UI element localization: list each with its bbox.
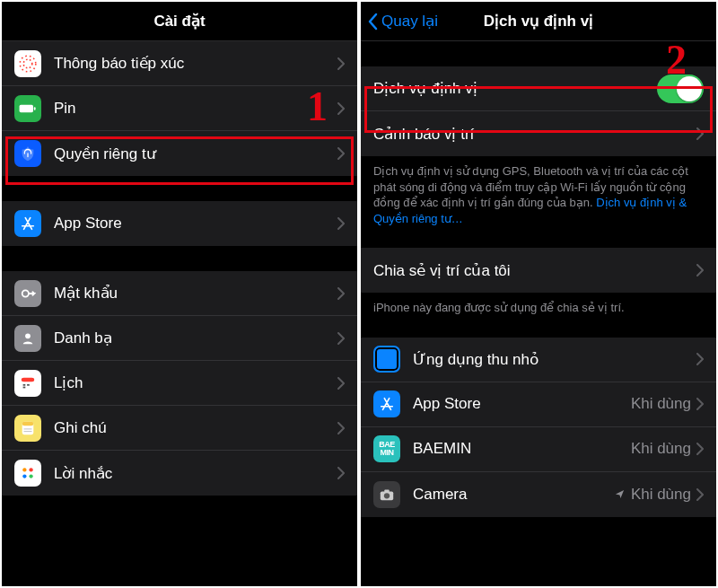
row-value: Khi dùng xyxy=(631,395,691,413)
row-label: Quyền riêng tư xyxy=(54,145,337,163)
chevron-right-icon xyxy=(337,217,345,230)
chevron-right-icon xyxy=(696,443,704,455)
row-label: Cảnh báo vị trí xyxy=(373,125,696,144)
row-reminders[interactable]: Lời nhắc xyxy=(2,451,357,496)
chevron-right-icon xyxy=(337,467,345,479)
row-label: Lời nhắc xyxy=(54,464,337,483)
screenshot-left: Cài đặt Thông báo tiếp xúc Pin xyxy=(2,2,357,586)
row-label: Ghi chú xyxy=(54,419,337,437)
chevron-right-icon xyxy=(696,488,704,501)
row-calendar[interactable]: Lịch xyxy=(2,361,357,406)
row-label: Lịch xyxy=(54,373,337,392)
row-passwords[interactable]: Mật khẩu xyxy=(2,271,357,316)
row-label: BAEMIN xyxy=(413,440,631,458)
row-app-baemin[interactable]: BAEMIN BAEMIN Khi dùng xyxy=(361,427,716,472)
svg-point-1 xyxy=(20,56,36,72)
svg-point-19 xyxy=(384,493,390,498)
navbar-right: Quay lại Dịch vụ định vị xyxy=(361,2,716,41)
svg-rect-8 xyxy=(23,383,26,385)
row-app-appstore[interactable]: App Store Khi dùng xyxy=(361,382,716,427)
row-location-services[interactable]: Dịch vụ định vị xyxy=(361,66,716,111)
back-button[interactable]: Quay lại xyxy=(366,2,438,40)
svg-rect-10 xyxy=(23,386,26,388)
row-label: Dịch vụ định vị xyxy=(373,79,657,98)
row-value: Khi dùng xyxy=(631,440,691,458)
row-share-location[interactable]: Chia sẻ vị trí của tôi xyxy=(361,248,716,293)
contacts-icon xyxy=(14,325,41,352)
footer-text-1: Dịch vụ định vị sử dụng GPS, Bluetooth v… xyxy=(361,156,716,237)
notes-icon xyxy=(14,415,41,442)
camera-icon xyxy=(373,481,400,508)
content-right: Dịch vụ định vị Cảnh báo vị trí Dịch vụ … xyxy=(361,41,716,586)
chevron-right-icon xyxy=(337,147,345,160)
row-label: Thông báo tiếp xúc xyxy=(54,54,337,73)
svg-rect-9 xyxy=(27,383,30,385)
page-title: Dịch vụ định vị xyxy=(484,12,593,31)
chevron-right-icon xyxy=(696,353,704,365)
svg-rect-7 xyxy=(22,377,34,382)
row-value: Khi dùng xyxy=(614,486,691,504)
svg-point-5 xyxy=(25,333,31,338)
row-battery[interactable]: Pin xyxy=(2,86,357,131)
chevron-right-icon xyxy=(337,377,345,390)
row-location-alerts[interactable]: Cảnh báo vị trí xyxy=(361,111,716,156)
svg-point-0 xyxy=(23,59,32,68)
svg-point-15 xyxy=(29,468,32,471)
row-label: Danh bạ xyxy=(54,329,337,347)
reminders-icon xyxy=(14,460,41,487)
page-title: Cài đặt xyxy=(153,12,205,31)
chevron-right-icon xyxy=(337,287,345,300)
location-arrow-icon xyxy=(614,489,626,499)
svg-rect-18 xyxy=(384,489,389,492)
navbar-left: Cài đặt xyxy=(2,2,357,41)
chevron-right-icon xyxy=(696,264,704,276)
row-label: Mật khẩu xyxy=(54,284,337,303)
row-notes[interactable]: Ghi chú xyxy=(2,406,357,451)
chevron-right-icon xyxy=(337,57,345,70)
key-icon xyxy=(14,280,41,307)
row-app-clips[interactable]: Ứng dụng thu nhỏ xyxy=(361,338,716,382)
row-label: Pin xyxy=(54,100,337,118)
screenshot-right: Quay lại Dịch vụ định vị Dịch vụ định vị… xyxy=(361,2,716,586)
content-left: Thông báo tiếp xúc Pin Quyền riêng tư xyxy=(2,41,357,586)
toggle-location[interactable] xyxy=(657,75,704,103)
chevron-right-icon xyxy=(696,398,704,410)
svg-point-13 xyxy=(22,468,26,471)
privacy-icon xyxy=(14,140,41,167)
row-label: App Store xyxy=(413,395,631,413)
exposure-icon xyxy=(14,50,41,77)
chevron-right-icon xyxy=(337,422,345,434)
svg-rect-2 xyxy=(20,104,33,112)
baemin-icon: BAEMIN xyxy=(373,435,400,462)
row-label: Chia sẻ vị trí của tôi xyxy=(373,261,696,280)
row-label: Ứng dụng thu nhỏ xyxy=(413,350,696,369)
row-exposure[interactable]: Thông báo tiếp xúc xyxy=(2,41,357,86)
svg-point-4 xyxy=(22,290,29,296)
svg-rect-12 xyxy=(22,421,34,426)
calendar-icon xyxy=(14,370,41,397)
svg-point-14 xyxy=(22,474,26,478)
row-label: Camera xyxy=(413,486,614,504)
chevron-right-icon xyxy=(337,332,345,345)
battery-icon xyxy=(14,95,41,122)
appclips-icon xyxy=(373,346,400,373)
svg-rect-3 xyxy=(34,107,36,110)
row-app-camera[interactable]: Camera Khi dùng xyxy=(361,472,716,517)
row-appstore[interactable]: App Store xyxy=(2,201,357,246)
row-contacts[interactable]: Danh bạ xyxy=(2,316,357,361)
chevron-right-icon xyxy=(696,127,704,140)
chevron-right-icon xyxy=(337,102,345,115)
back-label: Quay lại xyxy=(381,12,438,31)
row-privacy[interactable]: Quyền riêng tư xyxy=(2,131,357,176)
row-label: App Store xyxy=(54,215,337,233)
svg-point-16 xyxy=(29,474,32,478)
appstore-icon xyxy=(14,210,41,237)
appstore-icon xyxy=(373,391,400,417)
footer-text-2: iPhone này đang được sử dụng để chia sẻ … xyxy=(361,293,716,327)
